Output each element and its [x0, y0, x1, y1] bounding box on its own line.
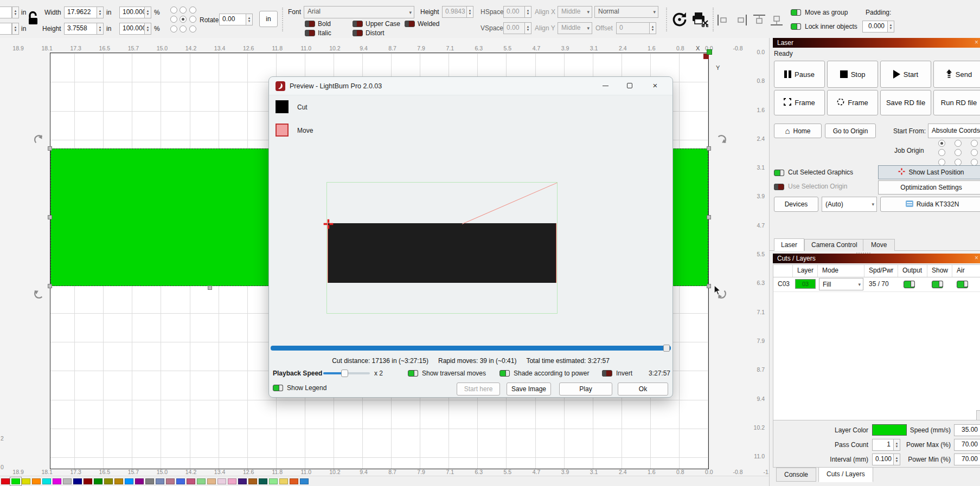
palette-swatch[interactable] — [279, 478, 288, 484]
palette-swatch[interactable] — [248, 478, 257, 484]
start-here-button[interactable]: Start here — [457, 383, 500, 396]
align-y-combo[interactable]: Middle — [558, 22, 592, 34]
palette-swatch[interactable] — [125, 478, 133, 484]
selection-handle-bottom-left[interactable] — [48, 284, 52, 288]
palette-swatch[interactable] — [114, 478, 123, 484]
x-position-field[interactable] — [0, 7, 12, 18]
power-min-field[interactable]: 70.00 — [954, 453, 980, 465]
hspace-field[interactable]: 0.00 — [503, 6, 525, 18]
power-max-field[interactable]: 70.00 — [954, 439, 980, 451]
run-rd-file-button[interactable]: Run RD file — [933, 90, 980, 115]
anchor-radio[interactable] — [189, 25, 196, 33]
slider-handle[interactable] — [341, 370, 348, 377]
align-top-icon[interactable] — [753, 14, 766, 28]
layer-color-swatch[interactable] — [872, 424, 907, 436]
offset-field[interactable]: 0 — [616, 22, 650, 34]
minimize-button[interactable] — [593, 77, 618, 95]
column-header[interactable]: Mode — [818, 265, 864, 277]
job-origin-radio[interactable] — [955, 159, 962, 166]
play-button[interactable]: Play — [559, 383, 612, 396]
palette-swatch[interactable] — [1, 478, 10, 484]
job-origin-radio[interactable] — [971, 159, 978, 166]
offset-spinner[interactable]: ▲▼ — [649, 22, 656, 34]
palette-swatch[interactable] — [94, 478, 103, 484]
palette-swatch[interactable] — [217, 478, 226, 484]
rotate-field[interactable]: 0.00 — [219, 14, 246, 25]
selection-handle-top-left[interactable] — [48, 146, 52, 151]
lock-inner-objects-toggle[interactable] — [791, 23, 801, 30]
layer-output-toggle[interactable] — [904, 281, 915, 288]
hspace-spinner[interactable]: ▲▼ — [524, 6, 531, 18]
anchor-radio[interactable] — [180, 7, 187, 14]
vspace-spinner[interactable]: ▲▼ — [524, 22, 531, 34]
x-position-spinner[interactable]: ▲▼ — [12, 7, 19, 18]
rotate-handle-top-right-icon[interactable] — [715, 134, 727, 148]
padding-field[interactable]: 0.000 — [862, 21, 888, 33]
tab-camera-control[interactable]: Camera Control — [804, 239, 864, 251]
job-origin-radio[interactable] — [971, 149, 978, 156]
vspace-field[interactable]: 0.00 — [503, 22, 525, 34]
save-image-button[interactable]: Save Image — [507, 383, 551, 396]
width-percent-spinner[interactable]: ▲▼ — [144, 7, 151, 18]
palette-swatch[interactable] — [259, 478, 267, 484]
font-height-field[interactable]: 0.9843 — [442, 6, 467, 18]
palette-swatch[interactable] — [166, 478, 175, 484]
height-percent-spinner[interactable]: ▲▼ — [144, 23, 151, 35]
palette-swatch[interactable] — [207, 478, 216, 484]
palette-swatch[interactable] — [228, 478, 236, 484]
palette-swatch[interactable] — [187, 478, 195, 484]
palette-swatch[interactable] — [32, 478, 41, 484]
align-right-icon[interactable] — [734, 14, 747, 28]
palette-swatch[interactable] — [11, 478, 20, 484]
distort-toggle[interactable] — [353, 30, 363, 36]
width-spinner[interactable]: ▲▼ — [97, 7, 104, 18]
panel-close-icon[interactable]: × — [975, 254, 978, 262]
column-header[interactable]: Air — [952, 265, 980, 277]
layer-color-chip[interactable]: 03 — [795, 279, 816, 289]
palette-swatch[interactable] — [156, 478, 164, 484]
palette-swatch[interactable] — [84, 478, 92, 484]
column-header[interactable]: Output — [898, 265, 927, 277]
anchor-radio[interactable] — [170, 16, 177, 23]
ok-button[interactable]: Ok — [618, 383, 668, 396]
tab-console[interactable]: Console — [776, 468, 816, 482]
lock-aspect-icon[interactable] — [27, 11, 39, 29]
anchor-radio[interactable] — [170, 7, 177, 14]
anchor-radio[interactable] — [189, 16, 196, 23]
selection-handle-mid-left[interactable] — [48, 215, 52, 219]
sync-icon[interactable] — [671, 11, 688, 29]
interval-spinner[interactable]: ▲▼ — [893, 453, 900, 465]
dialog-titlebar[interactable]: Preview - LightBurn Pro 2.0.03 × — [269, 77, 672, 95]
show-legend-toggle[interactable] — [273, 385, 283, 391]
column-header[interactable]: Spd/Pwr — [864, 265, 898, 277]
palette-swatch[interactable] — [73, 478, 82, 484]
palette-swatch[interactable] — [197, 478, 206, 484]
maximize-button[interactable] — [618, 77, 642, 95]
stop-button[interactable]: Stop — [827, 61, 878, 88]
print-cut-icon[interactable] — [691, 12, 708, 29]
rotate-spinner[interactable]: ▲▼ — [246, 14, 253, 25]
selection-handle-bottom-right[interactable] — [707, 284, 711, 288]
y-position-field[interactable] — [0, 23, 12, 35]
optimization-settings-button[interactable]: Optimization Settings — [878, 180, 980, 195]
color-palette[interactable] — [1, 478, 309, 484]
interval-field[interactable]: 0.100 — [872, 453, 894, 465]
palette-swatch[interactable] — [145, 478, 154, 484]
tab-move[interactable]: Move — [863, 239, 895, 251]
font-combo[interactable]: Arial — [304, 6, 414, 18]
column-header[interactable]: Show — [927, 265, 952, 277]
job-origin-radio[interactable] — [938, 159, 945, 166]
device-name-button[interactable]: Ruida KT332N — [880, 197, 980, 212]
layer-mode-combo[interactable]: Fill — [819, 278, 863, 290]
width-percent-field[interactable]: 100.000 — [119, 7, 145, 18]
go-to-origin-button[interactable]: Go to Origin — [825, 124, 876, 138]
anchor-grid[interactable] — [169, 5, 197, 34]
job-origin-radio[interactable] — [938, 149, 945, 156]
height-percent-field[interactable]: 100.000 — [119, 23, 145, 35]
show-last-position-button[interactable]: Show Last Position — [878, 165, 980, 179]
anchor-radio[interactable] — [170, 25, 177, 33]
job-origin-radio[interactable] — [971, 140, 978, 147]
italic-toggle[interactable] — [305, 30, 315, 36]
align-bottom-icon[interactable] — [770, 14, 783, 28]
column-header[interactable] — [773, 265, 793, 277]
